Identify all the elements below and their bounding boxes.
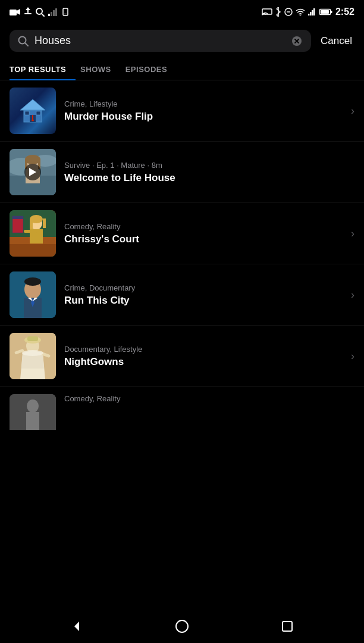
- svg-marker-30: [20, 99, 45, 110]
- murder-house-image: [17, 95, 49, 127]
- result-info-3: Comedy, Reality Chrissy's Court: [64, 222, 343, 245]
- search-icon: [18, 36, 29, 46]
- svg-rect-58: [36, 230, 43, 233]
- back-icon: [70, 619, 84, 633]
- result-item-2[interactable]: Survive · Ep. 1 · Mature · 8m Welcome to…: [0, 142, 364, 203]
- svg-rect-51: [12, 216, 23, 219]
- result-thumb-3: [10, 210, 56, 257]
- svg-rect-78: [283, 622, 292, 631]
- result-title-3: Chrissy's Court: [64, 233, 343, 245]
- svg-rect-8: [51, 12, 52, 16]
- tab-top-results[interactable]: TOP RESULTS: [10, 58, 76, 80]
- result-item-3[interactable]: Comedy, Reality Chrissy's Court ›: [0, 203, 364, 264]
- status-bar: 2:52: [0, 0, 364, 24]
- svg-point-61: [24, 277, 41, 286]
- result-genre-1: Crime, Lifestyle: [64, 99, 343, 108]
- run-city-image: [10, 271, 56, 318]
- result-info-5: Documentary, Lifestyle NightGowns: [64, 345, 343, 368]
- nightgowns-image: [10, 333, 56, 379]
- svg-rect-9: [53, 10, 55, 16]
- bluetooth-icon: [275, 7, 281, 17]
- svg-point-36: [32, 120, 34, 121]
- chevron-icon-1: ›: [351, 105, 354, 117]
- svg-rect-23: [331, 11, 332, 13]
- result-item-5[interactable]: Documentary, Lifestyle NightGowns ›: [0, 326, 364, 387]
- svg-rect-75: [26, 412, 39, 430]
- svg-point-74: [27, 399, 39, 413]
- clear-button[interactable]: [291, 35, 303, 47]
- result-item-1[interactable]: Crime, Lifestyle Murder House Flip ›: [0, 80, 364, 142]
- svg-rect-0: [10, 10, 17, 15]
- minus-circle-icon: [284, 8, 293, 16]
- svg-point-72: [22, 350, 43, 356]
- svg-rect-48: [10, 243, 56, 257]
- svg-rect-18: [308, 14, 310, 15]
- home-button[interactable]: [175, 619, 189, 633]
- svg-rect-20: [312, 10, 313, 15]
- result-thumb-5: [10, 333, 56, 379]
- chrissy-image: [10, 210, 56, 257]
- status-icons-right: 2:52: [262, 7, 354, 17]
- tabs-bar: TOP RESULTS SHOWS EPISODES: [0, 58, 364, 80]
- result-thumb-2: [10, 149, 56, 195]
- signal-strength-icon: [308, 8, 316, 15]
- svg-rect-55: [43, 219, 46, 228]
- result-title-4: Run This City: [64, 295, 343, 307]
- back-button[interactable]: [70, 619, 84, 633]
- svg-rect-33: [25, 111, 29, 115]
- svg-rect-19: [310, 12, 312, 15]
- upload-icon: [24, 7, 32, 17]
- cast-icon: [262, 8, 272, 16]
- bottom-nav: [0, 610, 364, 643]
- result-item-4[interactable]: Crime, Documentary Run This City ›: [0, 264, 364, 326]
- recents-button[interactable]: [280, 619, 294, 633]
- results-list: Crime, Lifestyle Murder House Flip ›: [0, 80, 364, 430]
- svg-marker-76: [74, 622, 79, 631]
- status-time: 2:52: [335, 7, 354, 17]
- recents-icon: [280, 619, 294, 633]
- svg-marker-1: [17, 9, 20, 15]
- svg-marker-4: [26, 7, 30, 10]
- battery-icon: [319, 8, 332, 15]
- result-genre-partial: Comedy, Reality: [64, 394, 354, 403]
- svg-rect-12: [64, 14, 67, 14]
- result-title-1: Murder House Flip: [64, 111, 343, 123]
- svg-rect-21: [313, 8, 315, 15]
- tab-shows[interactable]: SHOWS: [80, 58, 121, 80]
- result-genre-5: Documentary, Lifestyle: [64, 345, 343, 354]
- chevron-icon-4: ›: [351, 289, 354, 301]
- phone-icon: [61, 8, 70, 16]
- svg-marker-46: [29, 168, 36, 176]
- result-genre-2: Survive · Ep. 1 · Mature · 8m: [64, 161, 346, 170]
- chevron-icon-5: ›: [351, 350, 354, 363]
- svg-line-6: [42, 14, 44, 16]
- svg-rect-34: [36, 111, 40, 115]
- play-overlay-2[interactable]: [24, 164, 41, 180]
- svg-rect-54: [30, 219, 33, 229]
- wifi-icon: [296, 8, 305, 15]
- search-bar: Houses Cancel: [0, 24, 364, 58]
- chevron-icon-3: ›: [351, 227, 354, 240]
- result-genre-3: Comedy, Reality: [64, 222, 343, 231]
- result-info-1: Crime, Lifestyle Murder House Flip: [64, 99, 343, 123]
- svg-rect-11: [63, 8, 68, 15]
- search-input[interactable]: Houses: [34, 35, 285, 47]
- status-search-icon: [36, 8, 45, 17]
- signal-icon: [48, 8, 58, 16]
- svg-rect-7: [48, 14, 50, 16]
- svg-point-77: [176, 620, 188, 632]
- cancel-button[interactable]: Cancel: [318, 35, 354, 47]
- result-genre-4: Crime, Documentary: [64, 283, 343, 292]
- result-thumb-1: [10, 88, 56, 134]
- svg-rect-57: [24, 230, 31, 233]
- result-item-partial[interactable]: Comedy, Reality: [0, 387, 364, 430]
- result-title-5: NightGowns: [64, 356, 343, 368]
- home-icon: [175, 619, 189, 633]
- search-input-wrapper[interactable]: Houses: [10, 30, 311, 52]
- result-thumb-4: [10, 271, 56, 318]
- result-info-2: Survive · Ep. 1 · Mature · 8m Welcome to…: [64, 161, 346, 184]
- status-icons-left: [10, 7, 70, 17]
- tab-episodes[interactable]: EPISODES: [125, 58, 177, 80]
- partial-image: [10, 394, 56, 430]
- result-info-partial: Comedy, Reality: [64, 394, 354, 405]
